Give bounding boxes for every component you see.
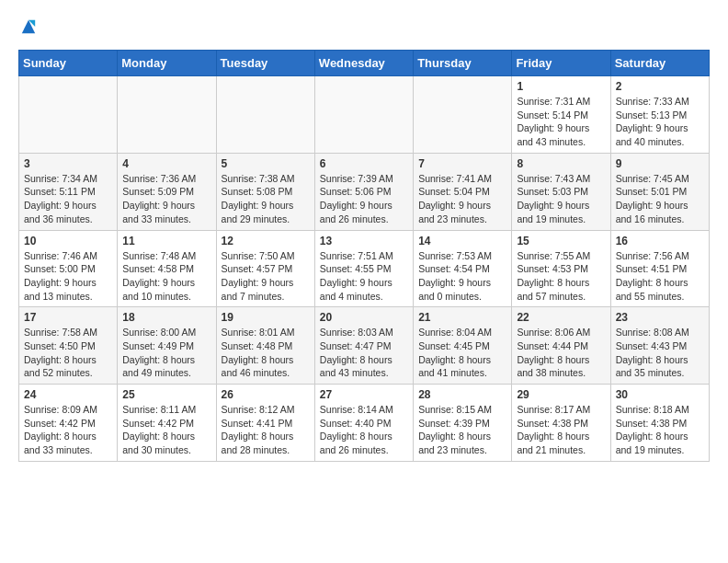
day-number: 19 — [222, 311, 310, 324]
day-info: Sunrise: 7:53 AM Sunset: 4:54 PM Dayligh… — [418, 249, 506, 304]
calendar-day-cell: 12Sunrise: 7:50 AM Sunset: 4:57 PM Dayli… — [216, 230, 314, 307]
calendar-day-cell — [118, 76, 216, 154]
calendar-day-cell: 23Sunrise: 8:08 AM Sunset: 4:43 PM Dayli… — [610, 307, 709, 385]
calendar-day-cell: 15Sunrise: 7:55 AM Sunset: 4:53 PM Dayli… — [512, 230, 610, 307]
day-info: Sunrise: 7:55 AM Sunset: 4:53 PM Dayligh… — [517, 249, 605, 304]
calendar-day-cell: 18Sunrise: 8:00 AM Sunset: 4:49 PM Dayli… — [118, 307, 216, 385]
calendar-day-cell — [19, 76, 118, 154]
day-info: Sunrise: 8:08 AM Sunset: 4:43 PM Dayligh… — [616, 326, 704, 380]
day-number: 17 — [24, 311, 112, 324]
day-of-week-header: Wednesday — [314, 51, 413, 76]
calendar-week-row: 24Sunrise: 8:09 AM Sunset: 4:42 PM Dayli… — [19, 385, 710, 462]
calendar-day-cell: 2Sunrise: 7:33 AM Sunset: 5:13 PM Daylig… — [610, 76, 709, 154]
day-info: Sunrise: 8:09 AM Sunset: 4:42 PM Dayligh… — [24, 403, 112, 457]
calendar-day-cell: 24Sunrise: 8:09 AM Sunset: 4:42 PM Dayli… — [19, 385, 118, 462]
calendar-day-cell: 20Sunrise: 8:03 AM Sunset: 4:47 PM Dayli… — [314, 307, 413, 385]
day-number: 24 — [24, 388, 112, 401]
calendar-day-cell: 16Sunrise: 7:56 AM Sunset: 4:51 PM Dayli… — [610, 230, 709, 307]
calendar-day-cell: 21Sunrise: 8:04 AM Sunset: 4:45 PM Dayli… — [414, 307, 512, 385]
day-info: Sunrise: 8:01 AM Sunset: 4:48 PM Dayligh… — [222, 326, 310, 380]
day-number: 15 — [517, 235, 605, 247]
day-number: 20 — [320, 311, 408, 324]
calendar-day-cell: 30Sunrise: 8:18 AM Sunset: 4:38 PM Dayli… — [610, 385, 709, 462]
day-number: 10 — [24, 235, 112, 247]
calendar-day-cell: 17Sunrise: 7:58 AM Sunset: 4:50 PM Dayli… — [19, 307, 118, 385]
day-number: 21 — [418, 311, 506, 324]
day-number: 28 — [418, 388, 506, 401]
day-info: Sunrise: 7:31 AM Sunset: 5:14 PM Dayligh… — [517, 95, 605, 149]
day-info: Sunrise: 7:51 AM Sunset: 4:55 PM Dayligh… — [320, 249, 408, 304]
calendar-day-cell: 1Sunrise: 7:31 AM Sunset: 5:14 PM Daylig… — [512, 76, 610, 154]
calendar-day-cell: 19Sunrise: 8:01 AM Sunset: 4:48 PM Dayli… — [216, 307, 314, 385]
calendar-week-row: 1Sunrise: 7:31 AM Sunset: 5:14 PM Daylig… — [19, 76, 710, 154]
day-number: 9 — [616, 157, 704, 170]
day-number: 1 — [517, 80, 605, 93]
calendar-day-cell: 11Sunrise: 7:48 AM Sunset: 4:58 PM Dayli… — [118, 230, 216, 307]
day-info: Sunrise: 8:03 AM Sunset: 4:47 PM Dayligh… — [320, 326, 408, 380]
calendar-day-cell: 4Sunrise: 7:36 AM Sunset: 5:09 PM Daylig… — [118, 153, 216, 230]
day-number: 18 — [122, 311, 210, 324]
day-info: Sunrise: 8:14 AM Sunset: 4:40 PM Dayligh… — [320, 403, 408, 457]
day-info: Sunrise: 7:39 AM Sunset: 5:06 PM Dayligh… — [320, 172, 408, 226]
calendar-header-row: SundayMondayTuesdayWednesdayThursdayFrid… — [19, 51, 710, 76]
day-info: Sunrise: 7:43 AM Sunset: 5:03 PM Dayligh… — [517, 172, 605, 226]
calendar-day-cell: 26Sunrise: 8:12 AM Sunset: 4:41 PM Dayli… — [216, 385, 314, 462]
calendar-day-cell: 28Sunrise: 8:15 AM Sunset: 4:39 PM Dayli… — [414, 385, 512, 462]
day-info: Sunrise: 7:38 AM Sunset: 5:08 PM Dayligh… — [222, 172, 310, 226]
day-info: Sunrise: 7:50 AM Sunset: 4:57 PM Dayligh… — [222, 249, 310, 304]
day-info: Sunrise: 7:41 AM Sunset: 5:04 PM Dayligh… — [418, 172, 506, 226]
day-info: Sunrise: 8:11 AM Sunset: 4:42 PM Dayligh… — [122, 403, 210, 457]
calendar-day-cell: 6Sunrise: 7:39 AM Sunset: 5:06 PM Daylig… — [314, 153, 413, 230]
day-info: Sunrise: 7:56 AM Sunset: 4:51 PM Dayligh… — [616, 249, 704, 304]
calendar-day-cell — [314, 76, 413, 154]
day-number: 11 — [122, 235, 210, 247]
calendar-day-cell: 22Sunrise: 8:06 AM Sunset: 4:44 PM Dayli… — [512, 307, 610, 385]
calendar-week-row: 17Sunrise: 7:58 AM Sunset: 4:50 PM Dayli… — [19, 307, 710, 385]
day-of-week-header: Tuesday — [216, 51, 314, 76]
day-info: Sunrise: 7:33 AM Sunset: 5:13 PM Dayligh… — [616, 95, 704, 149]
day-number: 4 — [122, 157, 210, 170]
calendar-day-cell: 14Sunrise: 7:53 AM Sunset: 4:54 PM Dayli… — [414, 230, 512, 307]
day-of-week-header: Sunday — [19, 51, 118, 76]
calendar-day-cell: 3Sunrise: 7:34 AM Sunset: 5:11 PM Daylig… — [19, 153, 118, 230]
day-number: 6 — [320, 157, 408, 170]
calendar-day-cell: 9Sunrise: 7:45 AM Sunset: 5:01 PM Daylig… — [610, 153, 709, 230]
day-number: 22 — [517, 311, 605, 324]
day-info: Sunrise: 7:46 AM Sunset: 5:00 PM Dayligh… — [24, 249, 112, 304]
day-number: 2 — [616, 80, 704, 93]
day-info: Sunrise: 7:58 AM Sunset: 4:50 PM Dayligh… — [24, 326, 112, 380]
day-info: Sunrise: 7:36 AM Sunset: 5:09 PM Dayligh… — [122, 172, 210, 226]
day-number: 27 — [320, 388, 408, 401]
day-of-week-header: Monday — [118, 51, 216, 76]
calendar-day-cell — [216, 76, 314, 154]
day-number: 7 — [418, 157, 506, 170]
page-header — [18, 18, 710, 35]
day-info: Sunrise: 8:18 AM Sunset: 4:38 PM Dayligh… — [616, 403, 704, 457]
calendar-day-cell — [414, 76, 512, 154]
calendar-day-cell: 29Sunrise: 8:17 AM Sunset: 4:38 PM Dayli… — [512, 385, 610, 462]
calendar-day-cell: 27Sunrise: 8:14 AM Sunset: 4:40 PM Dayli… — [314, 385, 413, 462]
day-info: Sunrise: 7:45 AM Sunset: 5:01 PM Dayligh… — [616, 172, 704, 226]
day-number: 23 — [616, 311, 704, 324]
calendar-day-cell: 13Sunrise: 7:51 AM Sunset: 4:55 PM Dayli… — [314, 230, 413, 307]
day-info: Sunrise: 8:15 AM Sunset: 4:39 PM Dayligh… — [418, 403, 506, 457]
calendar-day-cell: 5Sunrise: 7:38 AM Sunset: 5:08 PM Daylig… — [216, 153, 314, 230]
day-of-week-header: Friday — [512, 51, 610, 76]
day-info: Sunrise: 8:06 AM Sunset: 4:44 PM Dayligh… — [517, 326, 605, 380]
day-info: Sunrise: 8:12 AM Sunset: 4:41 PM Dayligh… — [222, 403, 310, 457]
day-number: 29 — [517, 388, 605, 401]
day-info: Sunrise: 7:48 AM Sunset: 4:58 PM Dayligh… — [122, 249, 210, 304]
day-of-week-header: Thursday — [414, 51, 512, 76]
day-info: Sunrise: 7:34 AM Sunset: 5:11 PM Dayligh… — [24, 172, 112, 226]
day-number: 14 — [418, 235, 506, 247]
day-number: 13 — [320, 235, 408, 247]
day-info: Sunrise: 8:04 AM Sunset: 4:45 PM Dayligh… — [418, 326, 506, 380]
day-number: 26 — [222, 388, 310, 401]
day-number: 5 — [222, 157, 310, 170]
day-info: Sunrise: 8:17 AM Sunset: 4:38 PM Dayligh… — [517, 403, 605, 457]
calendar-day-cell: 8Sunrise: 7:43 AM Sunset: 5:03 PM Daylig… — [512, 153, 610, 230]
calendar-day-cell: 25Sunrise: 8:11 AM Sunset: 4:42 PM Dayli… — [118, 385, 216, 462]
day-number: 16 — [616, 235, 704, 247]
day-info: Sunrise: 8:00 AM Sunset: 4:49 PM Dayligh… — [122, 326, 210, 380]
logo — [18, 18, 37, 35]
